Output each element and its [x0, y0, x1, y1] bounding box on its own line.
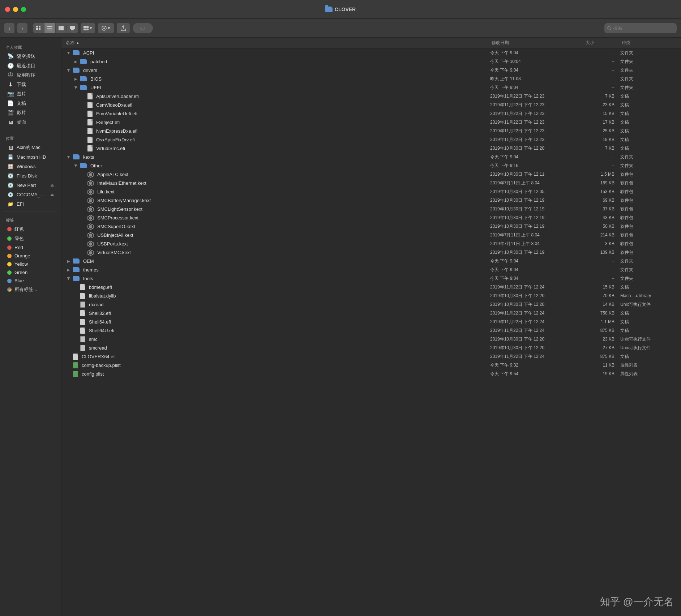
- table-row[interactable]: Shell32.efi 2019年11月22日 下午 12:24 758 KB …: [61, 309, 681, 317]
- disclosure-triangle[interactable]: ▶: [74, 60, 77, 64]
- table-row[interactable]: EmuVariableUefi.efi 2019年11月22日 下午 12:23…: [61, 109, 681, 118]
- view-icon-button[interactable]: [33, 23, 44, 33]
- sidebar-item-tag-green-en[interactable]: Green: [1, 268, 60, 277]
- col-header-name[interactable]: 名称 ▲: [64, 40, 490, 46]
- table-row[interactable]: FSInject.efi 2019年11月22日 下午 12:23 17 KB …: [61, 118, 681, 127]
- sidebar-item-tag-blue[interactable]: Blue: [1, 277, 60, 285]
- arrange-button[interactable]: ▾: [81, 23, 95, 33]
- disclosure-triangle[interactable]: ▶: [74, 164, 78, 167]
- minimize-button[interactable]: [13, 7, 18, 12]
- table-row[interactable]: USBPorts.kext 2019年7月11日 上午 8:04 3 KB 软件…: [61, 239, 681, 248]
- table-row[interactable]: SMCBatteryManager.kext 2019年10月30日 下午 12…: [61, 196, 681, 205]
- sidebar-item-desktop[interactable]: 🖥 桌面: [1, 117, 60, 127]
- table-row[interactable]: ApfsDriverLoader.efi 2019年11月22日 下午 12:2…: [61, 92, 681, 100]
- table-row[interactable]: USBInjectAll.kext 2019年7月11日 上午 8:04 214…: [61, 231, 681, 239]
- table-row[interactable]: VirtualSMC.kext 2019年10月30日 下午 12:19 109…: [61, 248, 681, 257]
- col-header-size[interactable]: 大小: [584, 40, 620, 46]
- sidebar-item-applications[interactable]: Ⓐ 应用程序: [1, 70, 60, 80]
- table-row[interactable]: ▶ drivers 今天 下午 9:04 -- 文件夹: [61, 66, 681, 74]
- sidebar-item-tag-red-en[interactable]: Red: [1, 243, 60, 252]
- table-row[interactable]: ▶ tools 今天 下午 9:04 -- 文件夹: [61, 274, 681, 283]
- action-button[interactable]: ▾: [98, 23, 114, 33]
- sidebar-item-cccoma[interactable]: 💿 CCCOMA_... ⏏: [1, 190, 60, 199]
- table-row[interactable]: config-backup.plist 今天 下午 9:32 11 KB 属性列…: [61, 361, 681, 369]
- eject-icon-cccoma[interactable]: ⏏: [50, 192, 54, 197]
- search-input[interactable]: [613, 25, 674, 31]
- close-button[interactable]: [5, 7, 10, 12]
- sidebar-item-imac[interactable]: 🖥 Axin的iMac: [1, 143, 60, 152]
- eject-icon-new-part[interactable]: ⏏: [50, 183, 54, 188]
- disclosure-triangle[interactable]: ▶: [67, 277, 71, 280]
- disclosure-triangle[interactable]: ▶: [67, 51, 71, 54]
- table-row[interactable]: NvmExpressDxe.efi 2019年11月22日 下午 12:23 2…: [61, 127, 681, 135]
- table-row[interactable]: ▶ kexts 今天 下午 9:04 -- 文件夹: [61, 153, 681, 161]
- table-row[interactable]: rtcread 2019年10月30日 下午 12:20 14 KB Unix可…: [61, 300, 681, 309]
- share-button[interactable]: [117, 23, 130, 33]
- tag-button[interactable]: ⬭: [133, 23, 153, 33]
- sidebar-item-tag-orange[interactable]: Orange: [1, 252, 60, 260]
- table-row[interactable]: libaistat.dylib 2019年10月30日 下午 12:20 70 …: [61, 291, 681, 300]
- forward-button[interactable]: ›: [17, 23, 27, 33]
- sidebar-item-efi[interactable]: 📁 EFI: [1, 199, 60, 209]
- sidebar-item-tag-red[interactable]: 红色: [1, 224, 60, 234]
- file-name-cell: SMCProcessor.kext: [64, 215, 490, 221]
- sidebar-item-pictures[interactable]: 📷 图片: [1, 89, 60, 99]
- table-row[interactable]: smcread 2019年10月30日 下午 12:20 27 KB Unix可…: [61, 343, 681, 352]
- sidebar-item-macintosh-hd[interactable]: 💾 Macintosh HD: [1, 152, 60, 162]
- sidebar-item-tag-all[interactable]: 所有标签...: [1, 285, 60, 294]
- file-name: OsxAptioFixDrv.efi: [96, 137, 135, 142]
- table-row[interactable]: ▶ ACPI 今天 下午 9:04 -- 文件夹: [61, 48, 681, 57]
- window-controls[interactable]: [5, 7, 26, 12]
- table-row[interactable]: SMCProcessor.kext 2019年10月30日 下午 12:19 4…: [61, 213, 681, 222]
- folder-icon: [73, 276, 80, 281]
- table-row[interactable]: CLOVERX64.efi 2019年11月22日 下午 12:24 875 K…: [61, 352, 681, 361]
- sidebar-item-windows[interactable]: 🪟 Windows: [1, 162, 60, 171]
- sidebar-item-tag-yellow[interactable]: Yellow: [1, 260, 60, 268]
- sidebar-item-files-disk[interactable]: 💽 Files Disk: [1, 171, 60, 180]
- table-row[interactable]: ▶ Other 今天 下午 9:16 -- 文件夹: [61, 161, 681, 170]
- table-row[interactable]: ▶ OEM 今天 下午 9:04 -- 文件夹: [61, 257, 681, 265]
- table-row[interactable]: ▶ UEFI 今天 下午 9:04 -- 文件夹: [61, 83, 681, 92]
- table-row[interactable]: ▶ themes 今天 下午 9:04 -- 文件夹: [61, 265, 681, 274]
- disclosure-triangle[interactable]: ▶: [67, 69, 71, 72]
- sidebar-item-airdrop[interactable]: 📡 隔空投送: [1, 52, 60, 61]
- table-row[interactable]: AppleALC.kext 2019年10月30日 下午 12:11 1.5 M…: [61, 170, 681, 179]
- disclosure-triangle[interactable]: ▶: [74, 77, 77, 81]
- col-header-kind[interactable]: 种类: [620, 40, 678, 46]
- col-header-date[interactable]: 修改日期: [490, 40, 584, 46]
- table-row[interactable]: Shell64.efi 2019年11月22日 下午 12:24 1.1 MB …: [61, 317, 681, 326]
- table-row[interactable]: Lilu.kext 2019年10月30日 下午 12:05 153 KB 软件…: [61, 187, 681, 196]
- disclosure-triangle[interactable]: ▶: [67, 155, 71, 158]
- kext-icon: [87, 215, 94, 221]
- table-row[interactable]: IntelMausiEthernet.kext 2019年7月11日 上午 8:…: [61, 179, 681, 187]
- view-list-button[interactable]: [44, 23, 55, 33]
- table-row[interactable]: CsmVideoDxe.efi 2019年11月22日 下午 12:23 23 …: [61, 100, 681, 109]
- table-row[interactable]: bdmesg.efi 2019年11月22日 下午 12:24 15 KB 文稿: [61, 283, 681, 291]
- sidebar-item-recents[interactable]: 🕐 最近项目: [1, 61, 60, 70]
- table-row[interactable]: OsxAptioFixDrv.efi 2019年11月22日 下午 12:23 …: [61, 135, 681, 144]
- disclosure-triangle[interactable]: ▶: [67, 259, 70, 263]
- table-row[interactable]: VirtualSmc.efi 2019年10月30日 下午 12:20 7 KB…: [61, 144, 681, 153]
- disclosure-triangle[interactable]: ▶: [74, 86, 78, 89]
- disclosure-triangle[interactable]: ▶: [67, 268, 70, 272]
- sidebar-item-documents[interactable]: 📄 文稿: [1, 99, 60, 108]
- table-row[interactable]: ▶ patched 今天 下午 10:04 -- 文件夹: [61, 57, 681, 66]
- table-row[interactable]: ▶ BIOS 昨天 上午 11:08 -- 文件夹: [61, 74, 681, 83]
- file-size: 25 KB: [584, 128, 620, 133]
- file-name-cell: ▶ themes: [64, 267, 490, 273]
- back-button[interactable]: ‹: [4, 23, 14, 33]
- maximize-button[interactable]: [21, 7, 26, 12]
- table-row[interactable]: config.plist 今天 下午 9:54 19 KB 属性列表: [61, 369, 681, 378]
- view-cover-button[interactable]: [67, 23, 78, 33]
- file-size: --: [584, 154, 620, 159]
- table-row[interactable]: SMCSuperIO.kext 2019年10月30日 下午 12:19 50 …: [61, 222, 681, 231]
- table-row[interactable]: SMCLightSensor.kext 2019年10月30日 下午 12:19…: [61, 205, 681, 213]
- sidebar-item-new-part[interactable]: 💽 New Part ⏏: [1, 180, 60, 190]
- search-box[interactable]: [604, 23, 677, 33]
- sidebar-item-downloads[interactable]: ⬇ 下载: [1, 80, 60, 89]
- view-column-button[interactable]: [56, 23, 67, 33]
- sidebar-item-tag-green[interactable]: 绿色: [1, 234, 60, 243]
- table-row[interactable]: smc 2019年10月30日 下午 12:20 23 KB Unix可执行文件: [61, 335, 681, 343]
- sidebar-item-movies[interactable]: 🎬 影片: [1, 108, 60, 117]
- table-row[interactable]: Shell64U.efi 2019年11月22日 下午 12:24 875 KB…: [61, 326, 681, 335]
